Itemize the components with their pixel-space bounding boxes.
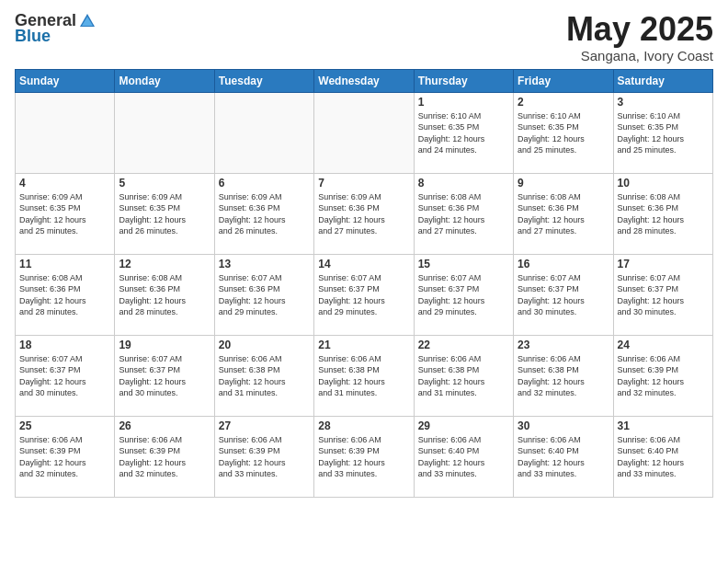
calendar-cell: 12Sunrise: 6:08 AM Sunset: 6:36 PM Dayli… (115, 254, 214, 335)
calendar-cell: 2Sunrise: 6:10 AM Sunset: 6:35 PM Daylig… (514, 92, 613, 173)
day-number: 10 (618, 177, 709, 190)
day-info: Sunrise: 6:08 AM Sunset: 6:36 PM Dayligh… (518, 191, 609, 237)
day-info: Sunrise: 6:08 AM Sunset: 6:36 PM Dayligh… (19, 272, 110, 318)
calendar-cell: 26Sunrise: 6:06 AM Sunset: 6:39 PM Dayli… (115, 416, 214, 497)
calendar-cell: 25Sunrise: 6:06 AM Sunset: 6:39 PM Dayli… (16, 416, 115, 497)
calendar-cell: 22Sunrise: 6:06 AM Sunset: 6:38 PM Dayli… (414, 335, 513, 416)
day-info: Sunrise: 6:09 AM Sunset: 6:36 PM Dayligh… (219, 191, 310, 237)
day-number: 14 (318, 258, 409, 270)
day-number: 16 (518, 258, 609, 270)
calendar-cell: 16Sunrise: 6:07 AM Sunset: 6:37 PM Dayli… (514, 254, 613, 335)
calendar-cell (16, 92, 115, 173)
day-info: Sunrise: 6:10 AM Sunset: 6:35 PM Dayligh… (518, 110, 609, 156)
day-number: 8 (418, 177, 509, 190)
calendar-cell: 30Sunrise: 6:06 AM Sunset: 6:40 PM Dayli… (514, 416, 613, 497)
day-info: Sunrise: 6:07 AM Sunset: 6:37 PM Dayligh… (318, 272, 409, 318)
day-info: Sunrise: 6:09 AM Sunset: 6:36 PM Dayligh… (318, 191, 409, 237)
day-number: 17 (618, 258, 709, 270)
day-info: Sunrise: 6:06 AM Sunset: 6:39 PM Dayligh… (19, 434, 110, 480)
day-number: 2 (518, 96, 609, 109)
calendar-cell: 31Sunrise: 6:06 AM Sunset: 6:40 PM Dayli… (613, 416, 712, 497)
day-number: 30 (518, 419, 609, 432)
logo-icon (78, 12, 97, 30)
day-number: 23 (518, 339, 609, 351)
weekday-header-row: SundayMondayTuesdayWednesdayThursdayFrid… (16, 69, 713, 92)
day-info: Sunrise: 6:06 AM Sunset: 6:38 PM Dayligh… (219, 353, 310, 399)
day-number: 18 (19, 339, 110, 351)
day-number: 31 (618, 419, 709, 432)
day-number: 6 (219, 177, 310, 190)
calendar-cell: 27Sunrise: 6:06 AM Sunset: 6:39 PM Dayli… (214, 416, 313, 497)
day-number: 1 (418, 96, 509, 109)
calendar-cell: 17Sunrise: 6:07 AM Sunset: 6:37 PM Dayli… (613, 254, 712, 335)
day-info: Sunrise: 6:06 AM Sunset: 6:39 PM Dayligh… (618, 353, 709, 399)
calendar-cell: 6Sunrise: 6:09 AM Sunset: 6:36 PM Daylig… (214, 173, 313, 254)
day-info: Sunrise: 6:06 AM Sunset: 6:39 PM Dayligh… (318, 434, 409, 480)
title-month: May 2025 (566, 11, 713, 48)
calendar-cell: 5Sunrise: 6:09 AM Sunset: 6:35 PM Daylig… (115, 173, 214, 254)
day-info: Sunrise: 6:07 AM Sunset: 6:37 PM Dayligh… (518, 272, 609, 318)
week-row-3: 11Sunrise: 6:08 AM Sunset: 6:36 PM Dayli… (16, 254, 713, 335)
weekday-header-sunday: Sunday (16, 69, 115, 92)
day-info: Sunrise: 6:09 AM Sunset: 6:35 PM Dayligh… (19, 191, 110, 237)
calendar-cell: 23Sunrise: 6:06 AM Sunset: 6:38 PM Dayli… (514, 335, 613, 416)
day-number: 3 (618, 96, 709, 109)
logo: General Blue (15, 11, 98, 46)
day-number: 22 (418, 339, 509, 351)
day-number: 11 (19, 258, 110, 270)
header: General Blue May 2025 Sangana, Ivory Coa… (15, 11, 713, 63)
weekday-header-tuesday: Tuesday (214, 69, 313, 92)
day-info: Sunrise: 6:07 AM Sunset: 6:36 PM Dayligh… (219, 272, 310, 318)
day-info: Sunrise: 6:06 AM Sunset: 6:40 PM Dayligh… (418, 434, 509, 480)
day-info: Sunrise: 6:06 AM Sunset: 6:38 PM Dayligh… (418, 353, 509, 399)
day-number: 9 (518, 177, 609, 190)
calendar-cell: 24Sunrise: 6:06 AM Sunset: 6:39 PM Dayli… (613, 335, 712, 416)
calendar-cell: 21Sunrise: 6:06 AM Sunset: 6:38 PM Dayli… (314, 335, 414, 416)
day-number: 19 (119, 339, 210, 351)
day-number: 13 (219, 258, 310, 270)
calendar-cell: 10Sunrise: 6:08 AM Sunset: 6:36 PM Dayli… (613, 173, 712, 254)
page: General Blue May 2025 Sangana, Ivory Coa… (0, 0, 728, 563)
day-info: Sunrise: 6:07 AM Sunset: 6:37 PM Dayligh… (19, 353, 110, 399)
week-row-1: 1Sunrise: 6:10 AM Sunset: 6:35 PM Daylig… (16, 92, 713, 173)
calendar-cell: 20Sunrise: 6:06 AM Sunset: 6:38 PM Dayli… (214, 335, 313, 416)
calendar: SundayMondayTuesdayWednesdayThursdayFrid… (15, 69, 713, 498)
day-info: Sunrise: 6:06 AM Sunset: 6:39 PM Dayligh… (219, 434, 310, 480)
day-number: 24 (618, 339, 709, 351)
day-info: Sunrise: 6:06 AM Sunset: 6:40 PM Dayligh… (518, 434, 609, 480)
calendar-cell (214, 92, 313, 173)
calendar-cell (115, 92, 214, 173)
day-info: Sunrise: 6:08 AM Sunset: 6:36 PM Dayligh… (618, 191, 709, 237)
weekday-header-monday: Monday (115, 69, 214, 92)
day-number: 4 (19, 177, 110, 190)
calendar-cell (314, 92, 414, 173)
week-row-2: 4Sunrise: 6:09 AM Sunset: 6:35 PM Daylig… (16, 173, 713, 254)
calendar-cell: 9Sunrise: 6:08 AM Sunset: 6:36 PM Daylig… (514, 173, 613, 254)
day-info: Sunrise: 6:06 AM Sunset: 6:40 PM Dayligh… (618, 434, 709, 480)
title-block: May 2025 Sangana, Ivory Coast (566, 11, 713, 63)
day-number: 7 (318, 177, 409, 190)
calendar-cell: 19Sunrise: 6:07 AM Sunset: 6:37 PM Dayli… (115, 335, 214, 416)
calendar-cell: 18Sunrise: 6:07 AM Sunset: 6:37 PM Dayli… (16, 335, 115, 416)
day-number: 20 (219, 339, 310, 351)
day-number: 12 (119, 258, 210, 270)
calendar-cell: 1Sunrise: 6:10 AM Sunset: 6:35 PM Daylig… (414, 92, 513, 173)
title-location: Sangana, Ivory Coast (566, 48, 713, 63)
calendar-cell: 11Sunrise: 6:08 AM Sunset: 6:36 PM Dayli… (16, 254, 115, 335)
day-info: Sunrise: 6:07 AM Sunset: 6:37 PM Dayligh… (119, 353, 210, 399)
day-number: 5 (119, 177, 210, 190)
calendar-cell: 29Sunrise: 6:06 AM Sunset: 6:40 PM Dayli… (414, 416, 513, 497)
calendar-cell: 13Sunrise: 6:07 AM Sunset: 6:36 PM Dayli… (214, 254, 313, 335)
day-info: Sunrise: 6:10 AM Sunset: 6:35 PM Dayligh… (418, 110, 509, 156)
day-number: 28 (318, 419, 409, 432)
weekday-header-wednesday: Wednesday (314, 69, 414, 92)
logo-blue: Blue (15, 27, 51, 46)
day-number: 25 (19, 419, 110, 432)
weekday-header-thursday: Thursday (414, 69, 513, 92)
day-info: Sunrise: 6:08 AM Sunset: 6:36 PM Dayligh… (119, 272, 210, 318)
calendar-cell: 4Sunrise: 6:09 AM Sunset: 6:35 PM Daylig… (16, 173, 115, 254)
day-info: Sunrise: 6:06 AM Sunset: 6:39 PM Dayligh… (119, 434, 210, 480)
calendar-cell: 28Sunrise: 6:06 AM Sunset: 6:39 PM Dayli… (314, 416, 414, 497)
day-number: 27 (219, 419, 310, 432)
calendar-cell: 14Sunrise: 6:07 AM Sunset: 6:37 PM Dayli… (314, 254, 414, 335)
